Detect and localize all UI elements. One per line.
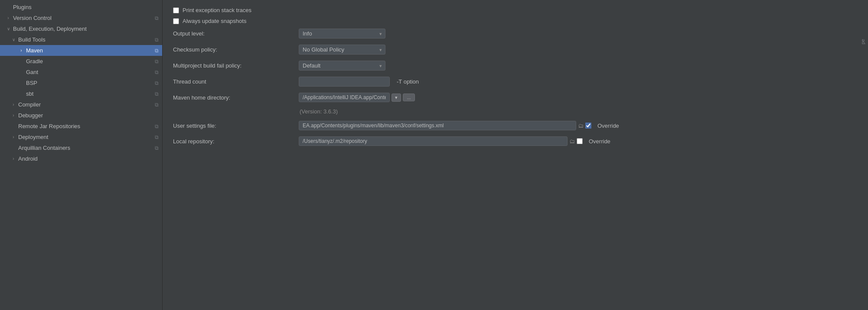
print-exception-label: Print exception stack traces xyxy=(183,7,251,13)
local-repo-field: 🗂 Override xyxy=(299,136,610,146)
arrow-icon xyxy=(18,91,24,97)
thread-count-label: Thread count xyxy=(173,78,299,85)
arrow-icon xyxy=(18,58,24,65)
sidebar-item-label: Deployment xyxy=(18,134,155,140)
sidebar-item-maven[interactable]: › Maven ⧉ xyxy=(0,45,162,56)
arrow-icon: › xyxy=(10,102,16,108)
arrow-icon xyxy=(18,69,24,75)
copy-icon: ⧉ xyxy=(155,145,159,151)
sidebar-item-label: Android xyxy=(18,155,159,162)
version-row: (Version: 3.6.3) xyxy=(173,108,849,115)
user-settings-folder-icon: 🗂 xyxy=(578,123,584,129)
sidebar-item-version-control[interactable]: › Version Control ⧉ xyxy=(0,13,162,23)
sidebar-item-deployment[interactable]: › Deployment ⧉ xyxy=(0,132,162,142)
copy-icon: ⧉ xyxy=(155,58,159,65)
user-settings-override-checkbox[interactable] xyxy=(585,123,591,129)
sidebar-item-label: Build Tools xyxy=(18,36,155,43)
right-edge: pe xyxy=(859,0,868,310)
sidebar-item-sbt[interactable]: sbt ⧉ xyxy=(0,88,162,99)
local-repo-label: Local repository: xyxy=(173,138,299,145)
sidebar-item-label: sbt xyxy=(26,90,155,97)
copy-icon: ⧉ xyxy=(155,102,159,108)
multiproject-control: Default Fail At End Fail Fast Never Fail xyxy=(299,61,385,71)
arrow-icon: › xyxy=(18,48,24,54)
maven-home-field: ▾ ... xyxy=(299,93,415,102)
user-settings-row: User settings file: 🗂 Override xyxy=(173,121,849,130)
sidebar-item-label: Gradle xyxy=(26,58,155,65)
local-repo-row: Local repository: 🗂 Override xyxy=(173,136,849,146)
arrow-icon xyxy=(10,123,16,129)
main-content: Print exception stack traces Always upda… xyxy=(163,0,859,310)
sidebar-item-label: Remote Jar Repositories xyxy=(18,123,155,129)
maven-home-input[interactable] xyxy=(299,93,390,102)
always-update-label: Always update snapshots xyxy=(183,18,246,24)
sidebar-item-android[interactable]: › Android xyxy=(0,153,162,164)
copy-icon: ⧉ xyxy=(155,134,159,140)
sidebar-item-gradle[interactable]: Gradle ⧉ xyxy=(0,56,162,67)
arrow-icon: › xyxy=(10,113,16,119)
copy-icon: ⧉ xyxy=(155,80,159,86)
user-settings-label: User settings file: xyxy=(173,123,299,129)
sidebar-item-bsp[interactable]: BSP ⧉ xyxy=(0,78,162,88)
always-update-checkbox[interactable] xyxy=(173,18,179,24)
sidebar-item-label: Debugger xyxy=(18,112,159,119)
user-settings-field: 🗂 Override xyxy=(299,121,619,130)
sidebar-item-build-execution-deployment[interactable]: ∨ Build, Execution, Deployment xyxy=(0,23,162,34)
sidebar-item-label: Compiler xyxy=(18,101,155,108)
sidebar-item-label: BSP xyxy=(26,80,155,86)
maven-home-label: Maven home directory: xyxy=(173,94,299,101)
checksum-policy-select[interactable]: No Global Policy Warn Fail Ignore xyxy=(299,45,385,55)
output-level-select[interactable]: Info Debug Quiet xyxy=(299,29,385,39)
copy-icon: ⧉ xyxy=(155,37,159,43)
checksum-policy-control: No Global Policy Warn Fail Ignore xyxy=(299,45,385,55)
sidebar-item-label: Maven xyxy=(26,47,155,54)
output-level-control: Info Debug Quiet xyxy=(299,29,385,39)
sidebar-item-gant[interactable]: Gant ⧉ xyxy=(0,67,162,78)
maven-home-browse-btn[interactable]: ... xyxy=(403,94,415,101)
print-exception-checkbox[interactable] xyxy=(173,7,179,13)
thread-count-control: -T option xyxy=(299,77,419,87)
always-update-row: Always update snapshots xyxy=(173,18,849,24)
copy-icon: ⧉ xyxy=(155,15,159,21)
arrow-icon xyxy=(10,145,16,151)
t-option-label: -T option xyxy=(397,78,419,85)
arrow-icon: › xyxy=(10,156,16,162)
sidebar-item-label: Arquillian Containers xyxy=(18,145,155,151)
arrow-icon: ∨ xyxy=(5,26,11,32)
sidebar-item-debugger[interactable]: › Debugger xyxy=(0,110,162,121)
version-text: (Version: 3.6.3) xyxy=(299,108,338,115)
sidebar-item-compiler[interactable]: › Compiler ⧉ xyxy=(0,99,162,110)
thread-count-row: Thread count -T option xyxy=(173,77,849,87)
maven-home-row: Maven home directory: ▾ ... xyxy=(173,93,849,102)
sidebar-item-label: Version Control xyxy=(13,15,155,21)
arrow-icon: › xyxy=(5,15,11,21)
checksum-policy-select-wrapper: No Global Policy Warn Fail Ignore xyxy=(299,45,385,55)
copy-icon: ⧉ xyxy=(155,91,159,97)
copy-icon: ⧉ xyxy=(155,69,159,75)
checksum-policy-row: Checksum policy: No Global Policy Warn F… xyxy=(173,45,849,55)
sidebar-item-arquillian-containers[interactable]: Arquillian Containers ⧉ xyxy=(0,142,162,153)
copy-icon: ⧉ xyxy=(155,123,159,129)
arrow-icon: › xyxy=(10,134,16,140)
checksum-policy-label: Checksum policy: xyxy=(173,46,299,53)
output-level-label: Output level: xyxy=(173,30,299,37)
local-repo-input[interactable] xyxy=(299,136,568,146)
user-settings-input[interactable] xyxy=(299,121,576,130)
sidebar-item-remote-jar-repositories[interactable]: Remote Jar Repositories ⧉ xyxy=(0,121,162,132)
sidebar: Plugins › Version Control ⧉ ∨ Build, Exe… xyxy=(0,0,163,310)
local-repo-folder-icon: 🗂 xyxy=(569,138,575,145)
arrow-icon xyxy=(18,80,24,86)
sidebar-item-label: Gant xyxy=(26,69,155,75)
sidebar-item-plugins[interactable]: Plugins xyxy=(0,2,162,13)
local-repo-override-label: Override xyxy=(589,138,610,145)
maven-home-dropdown-btn[interactable]: ▾ xyxy=(392,94,401,102)
local-repo-override-checkbox[interactable] xyxy=(577,138,583,144)
multiproject-select[interactable]: Default Fail At End Fail Fast Never Fail xyxy=(299,61,385,71)
user-settings-override-section: Override xyxy=(585,123,619,129)
sidebar-item-label: Build, Execution, Deployment xyxy=(13,26,159,32)
sidebar-item-build-tools[interactable]: ∨ Build Tools ⧉ xyxy=(0,34,162,45)
right-edge-text: pe xyxy=(860,39,865,44)
multiproject-label: Multiproject build fail policy: xyxy=(173,62,299,69)
thread-count-input[interactable] xyxy=(299,77,390,87)
user-settings-override-label: Override xyxy=(597,123,619,129)
